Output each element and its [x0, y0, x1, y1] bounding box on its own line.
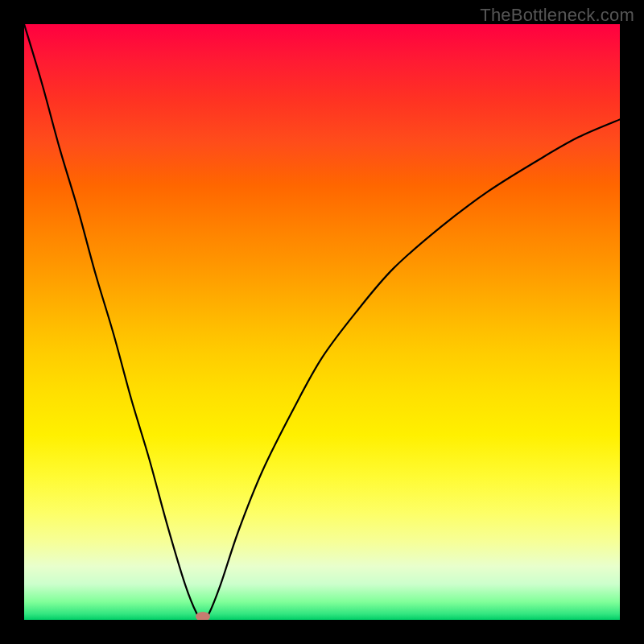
plot-area: [24, 24, 620, 620]
watermark-text: TheBottleneck.com: [480, 5, 634, 26]
bottleneck-curve: [24, 24, 620, 620]
chart-frame: TheBottleneck.com: [0, 0, 644, 644]
optimum-marker: [196, 612, 210, 620]
